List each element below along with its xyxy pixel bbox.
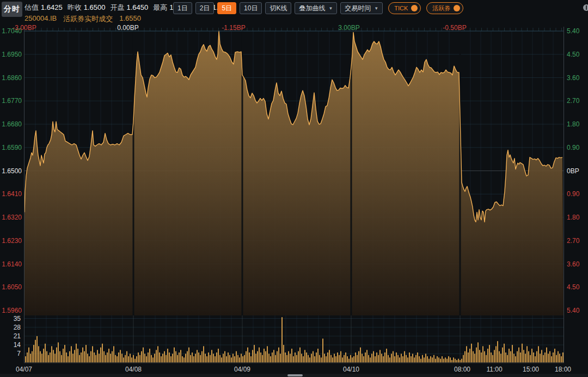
volume-bar (53, 350, 54, 362)
volume-bar (464, 351, 465, 363)
volume-bar (404, 351, 405, 363)
volume-bar (264, 349, 265, 362)
volume-bar (296, 355, 297, 363)
volume-bar (167, 349, 168, 362)
horizontal-scrollbar-thumb[interactable] (287, 374, 303, 376)
range-button-2日[interactable]: 2日 (195, 2, 215, 14)
y-axis-label-left: 1.6140 (0, 260, 22, 268)
volume-bar (510, 351, 511, 363)
volume-bar (427, 356, 428, 363)
range-button-5日[interactable]: 5日 (217, 2, 236, 14)
volume-bar (54, 354, 56, 362)
volume-bar (460, 360, 461, 363)
volume-bar (120, 350, 121, 362)
volume-bar (442, 356, 443, 363)
x-axis-label: 15:00 (523, 366, 539, 373)
range-button-1日[interactable]: 1日 (173, 2, 192, 14)
volume-bar (499, 351, 500, 363)
quote-stat: 估值1.6425 (24, 3, 63, 13)
volume-bar (494, 350, 495, 362)
volume-bar (453, 357, 454, 362)
volume-bar (492, 355, 493, 363)
y-axis-label-left: 1.5960 (0, 307, 22, 314)
volume-bar (211, 350, 212, 362)
toggle-活跃券[interactable]: 活跃券 (426, 2, 463, 14)
volume-bar (340, 351, 341, 363)
volume-bar (203, 346, 204, 362)
y-axis-label-right: 0.90 (567, 190, 579, 198)
y-axis-label-left: 1.6950 (0, 51, 22, 58)
volume-bar (526, 346, 528, 362)
volume-bar (355, 352, 356, 363)
volume-bar (337, 352, 338, 363)
volume-bar (159, 352, 160, 363)
volume-bar (324, 354, 325, 362)
y-axis-label-right: 3.60 (567, 260, 579, 268)
volume-bar (330, 355, 332, 363)
volume-bar (291, 349, 292, 362)
volume-bar (121, 354, 122, 362)
volume-bar (100, 348, 101, 363)
volume-bar (500, 354, 501, 362)
info-icon[interactable] (583, 4, 588, 11)
volume-bar (92, 346, 93, 362)
volume-bar (89, 356, 90, 363)
volume-bar (469, 349, 470, 362)
volume-bar (509, 349, 510, 362)
dropdown-交易时间[interactable]: 交易时间▼ (340, 2, 383, 14)
volume-bar (273, 350, 274, 362)
x-axis-label: 18:00 (555, 366, 571, 373)
volume-bar (409, 352, 410, 363)
volume-bar (561, 356, 562, 363)
volume-bar (388, 355, 389, 363)
volume-bar (319, 355, 320, 363)
volume-bar (406, 355, 407, 363)
volume-bar (206, 356, 207, 363)
volume-bar (267, 346, 268, 362)
volume-bar (414, 357, 415, 362)
volume-bar (117, 356, 118, 363)
volume-bar (481, 352, 482, 363)
tab-intraday[interactable]: 分时 (2, 2, 22, 17)
volume-bar (71, 346, 72, 362)
volume-bar (363, 356, 364, 363)
volume-bar (133, 355, 134, 363)
toggle-TICK[interactable]: TICK (388, 2, 421, 14)
dropdown-叠加曲线[interactable]: 叠加曲线▼ (295, 2, 337, 14)
range-button-10日[interactable]: 10日 (240, 2, 262, 14)
volume-bar (456, 360, 457, 363)
trading-terminal: 分时 估值1.6425昨收1.6500开盘1.6450最高1.6575最低1.6… (0, 0, 588, 377)
volume-bar (428, 359, 430, 363)
volume-bar (348, 359, 350, 363)
volume-bar (518, 348, 519, 363)
volume-bar (236, 351, 237, 363)
y-axis-label-left: 1.6230 (0, 237, 22, 245)
volume-bar (143, 348, 144, 363)
day-change-label: -1.15BP (222, 25, 245, 32)
volume-bar (533, 352, 534, 363)
volume-bar (234, 356, 235, 363)
volume-bar (252, 350, 253, 362)
volume-bar (327, 352, 328, 363)
volume-bar (105, 355, 106, 363)
volume-bar (231, 357, 232, 362)
chart-canvas[interactable] (0, 22, 588, 377)
volume-bar (358, 351, 359, 363)
volume-bar (437, 356, 438, 363)
intraday-chart[interactable]: 1.70401.69501.68601.67701.66801.65901.65… (0, 22, 588, 377)
volume-bar (260, 352, 261, 363)
volume-bar (322, 339, 323, 363)
volume-bar (474, 354, 475, 362)
range-button-切K线[interactable]: 切K线 (265, 2, 291, 14)
volume-bar (497, 341, 498, 362)
volume-bar (223, 354, 224, 362)
volume-bar (242, 356, 243, 363)
volume-axis-label: 14 (0, 341, 21, 349)
volume-bar (50, 352, 51, 363)
volume-bar (151, 355, 152, 363)
volume-bar (513, 354, 514, 362)
volume-bar (192, 352, 193, 363)
volume-bar (102, 344, 103, 363)
volume-bar (226, 356, 227, 363)
top-toolbar: 分时 估值1.6425昨收1.6500开盘1.6450最高1.6575最低1.6… (0, 0, 588, 22)
